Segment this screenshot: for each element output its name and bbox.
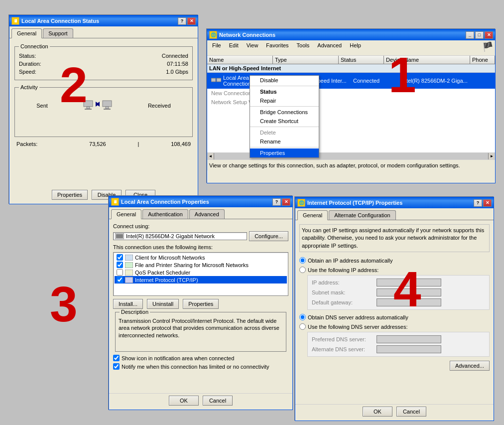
install-button[interactable]: Install... xyxy=(113,299,143,309)
properties-button-lan[interactable]: Properties xyxy=(183,299,219,309)
close-button-lan-props[interactable]: ✕ xyxy=(282,198,290,206)
tab-general-status[interactable]: General xyxy=(11,28,42,38)
items-section: This connection uses the following items… xyxy=(113,244,288,296)
checkbox-qos[interactable] xyxy=(117,269,123,276)
window-icon-lan-props: 🖥 xyxy=(111,198,119,206)
checkbox2-label[interactable]: Notify me when this connection has limit… xyxy=(113,363,288,370)
tab-bar-status: General Support xyxy=(9,26,198,38)
menu-edit[interactable]: Edit xyxy=(226,41,242,52)
checkbox1-label[interactable]: Show icon in notification area when conn… xyxy=(113,355,288,361)
help-button-tcpip[interactable]: ? xyxy=(474,199,482,207)
status-value: Connected xyxy=(162,53,188,59)
item-tcpip[interactable]: Internet Protocol (TCP/IP) xyxy=(115,276,287,283)
radio-auto-ip[interactable] xyxy=(299,257,306,264)
checkbox-tcpip[interactable] xyxy=(117,277,123,283)
minimize-button-network[interactable]: _ xyxy=(466,31,474,39)
configure-button[interactable]: Configure... xyxy=(249,231,288,241)
ctx-status[interactable]: Status xyxy=(250,87,319,96)
uninstall-button[interactable]: Uninstall xyxy=(147,299,179,309)
status-content: Connection Status: Connected Duration: 0… xyxy=(9,38,198,152)
col-type: Type xyxy=(273,56,339,64)
radio-manual-dns-text: Use the following DNS server addresses: xyxy=(308,324,408,330)
description-text: Transmission Control Protocol/Internet P… xyxy=(119,318,279,338)
duration-label: Duration: xyxy=(19,61,41,67)
properties-button-status[interactable]: Properties xyxy=(52,190,88,200)
connect-using-label: Connect using: xyxy=(113,223,288,229)
menu-file[interactable]: File xyxy=(209,41,224,52)
tab-bar-lan-props: General Authentication Advanced xyxy=(109,207,292,219)
svg-rect-6 xyxy=(106,107,109,109)
radio-manual-ip[interactable] xyxy=(299,267,306,273)
ctx-repair[interactable]: Repair xyxy=(250,96,319,105)
svg-rect-5 xyxy=(103,101,112,107)
col-name: Name xyxy=(207,56,273,64)
label-number-1: 1 xyxy=(388,50,416,100)
menu-favorites[interactable]: Favorites xyxy=(263,41,291,52)
tab-general-tcpip[interactable]: General xyxy=(297,210,328,220)
close-button-status[interactable]: ✕ xyxy=(187,17,196,25)
ctx-bridge[interactable]: Bridge Connections xyxy=(250,108,319,117)
checkbox-sharing[interactable] xyxy=(117,262,123,268)
title-bar-buttons-status: ? ✕ xyxy=(178,17,196,25)
ctx-sep-2 xyxy=(250,106,319,107)
alternate-dns-row: Alternate DNS server: xyxy=(312,345,485,353)
scroll-right-btn[interactable]: ► xyxy=(488,153,495,159)
items-label: This connection uses the following items… xyxy=(113,244,288,250)
ctx-rename[interactable]: Rename xyxy=(250,137,319,146)
windows-flag-icon: 🏴 xyxy=(482,41,493,52)
ok-button-tcpip[interactable]: OK xyxy=(363,407,392,417)
tab-alternate-tcpip[interactable]: Alternate Configuration xyxy=(329,210,396,220)
item-qos[interactable]: QoS Packet Scheduler xyxy=(115,269,287,276)
window-status: 🖥 Local Area Connection Status ? ✕ Gener… xyxy=(9,15,198,204)
title-bar-tcpip: 🌐 Internet Protocol (TCP/IP) Properties … xyxy=(295,197,494,208)
packets-sep: | xyxy=(138,141,139,147)
window-network-connections: 🌐 Network Connections _ □ ✕ File Edit Vi… xyxy=(207,29,496,183)
tab-bar-tcpip: General Alternate Configuration xyxy=(295,208,494,220)
close-button-tcpip[interactable]: ✕ xyxy=(483,199,492,207)
svg-rect-13 xyxy=(125,262,133,268)
label-number-2: 2 xyxy=(60,60,88,110)
tab-auth-lan-props[interactable]: Authentication xyxy=(142,209,188,219)
help-button-lan-props[interactable]: ? xyxy=(272,198,281,206)
radio-manual-dns-label[interactable]: Use the following DNS server addresses: xyxy=(299,323,490,330)
ok-button-lan-props[interactable]: OK xyxy=(169,396,199,406)
checkbox-notify-connectivity[interactable] xyxy=(113,363,120,370)
checkbox-client[interactable] xyxy=(117,254,123,261)
connect-using-section: Connect using: Intel(R) 82566DM-2 Gigabi… xyxy=(113,223,288,241)
checkbox-show-icon[interactable] xyxy=(113,355,120,361)
tab-general-lan-props[interactable]: General xyxy=(111,209,141,219)
close-button-network[interactable]: ✕ xyxy=(485,31,493,39)
menu-advanced[interactable]: Advanced xyxy=(314,41,345,52)
menu-tools[interactable]: Tools xyxy=(294,41,313,52)
radio-manual-dns[interactable] xyxy=(299,323,306,330)
scroll-left-btn[interactable]: ◄ xyxy=(207,153,214,159)
maximize-button-network[interactable]: □ xyxy=(475,31,484,39)
svg-rect-8 xyxy=(211,78,216,82)
list-area: Local Area Connection LAN or High-Speed … xyxy=(207,73,495,152)
status-label: Status: xyxy=(19,53,36,59)
item-sharing[interactable]: File and Printer Sharing for Microsoft N… xyxy=(115,261,287,269)
item-client[interactable]: Client for Microsoft Networks xyxy=(115,254,287,261)
item-label-client: Client for Microsoft Networks xyxy=(135,255,205,261)
menu-view[interactable]: View xyxy=(244,41,261,52)
ctx-shortcut[interactable]: Create Shortcut xyxy=(250,117,319,126)
item-icon-sharing xyxy=(125,262,133,268)
item-icon-qos xyxy=(125,270,133,276)
tab-advanced-lan-props[interactable]: Advanced xyxy=(189,209,225,219)
ctx-properties[interactable]: Properties xyxy=(250,148,319,157)
item-label-tcpip: Internet Protocol (TCP/IP) xyxy=(135,277,198,283)
help-button-status[interactable]: ? xyxy=(178,17,186,25)
ctx-disable[interactable]: Disable xyxy=(250,76,319,85)
sent-label: Sent xyxy=(36,103,48,109)
svg-rect-9 xyxy=(217,78,221,82)
cancel-button-tcpip[interactable]: Cancel xyxy=(396,407,426,417)
ctx-delete[interactable]: Delete xyxy=(250,128,319,137)
status-bar-text-network: View or change settings for this connect… xyxy=(209,162,460,168)
tab-support-status[interactable]: Support xyxy=(43,28,73,38)
advanced-button-tcpip[interactable]: Advanced... xyxy=(450,361,490,371)
menu-help[interactable]: Help xyxy=(347,41,364,52)
svg-rect-7 xyxy=(104,109,111,110)
ctx-sep-1 xyxy=(250,86,319,86)
cancel-button-lan-props[interactable]: Cancel xyxy=(203,396,233,406)
radio-auto-dns[interactable] xyxy=(299,314,306,320)
